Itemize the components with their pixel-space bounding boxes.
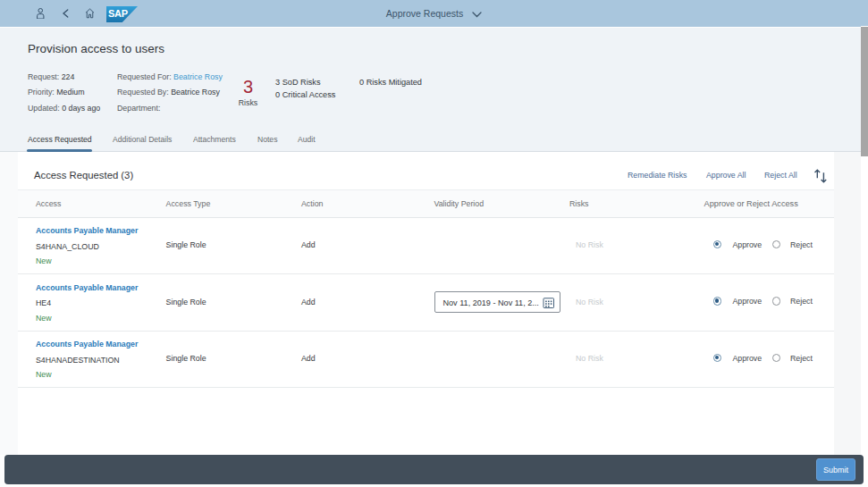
svg-text:SAP: SAP (108, 8, 128, 19)
